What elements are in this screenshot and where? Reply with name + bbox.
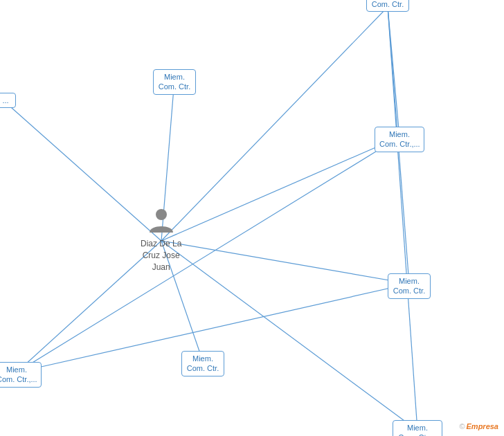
svg-line-11 bbox=[17, 137, 399, 372]
node-box-left[interactable]: ... bbox=[0, 93, 16, 108]
svg-line-6 bbox=[17, 241, 161, 372]
watermark-brand: Empresa bbox=[467, 422, 498, 430]
watermark-prefix: © bbox=[459, 422, 465, 430]
node-box-top-right[interactable]: Com. Ctr. bbox=[366, 0, 409, 12]
node-box-top-mid[interactable]: Miem.Com. Ctr. bbox=[153, 69, 196, 95]
svg-line-2 bbox=[6, 102, 161, 241]
center-label: Diaz De La Cruz Jose Juan bbox=[141, 238, 181, 273]
node-box-bottom-right[interactable]: Miem.Com. Ctr.... bbox=[393, 420, 442, 436]
svg-line-0 bbox=[161, 7, 388, 241]
person-icon bbox=[148, 206, 174, 235]
svg-point-13 bbox=[156, 209, 167, 220]
node-box-bottom-mid[interactable]: Miem.Com. Ctr. bbox=[181, 351, 224, 376]
svg-line-7 bbox=[161, 241, 417, 430]
node-box-bottom-left[interactable]: Miem.Com. Ctr.,... bbox=[0, 362, 42, 388]
svg-line-10 bbox=[388, 7, 417, 430]
svg-line-4 bbox=[161, 241, 409, 284]
node-box-right[interactable]: Miem.Com. Ctr. bbox=[388, 273, 431, 299]
node-box-mid-right[interactable]: Miem.Com. Ctr.,... bbox=[375, 127, 424, 152]
watermark: © Empresa bbox=[459, 422, 498, 430]
svg-line-3 bbox=[161, 137, 399, 241]
center-node: Diaz De La Cruz Jose Juan bbox=[141, 206, 181, 273]
